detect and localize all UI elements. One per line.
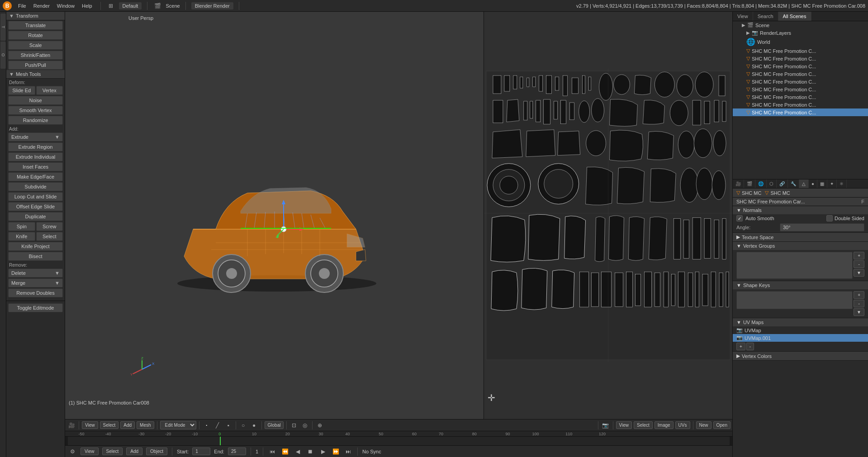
knife-project-button[interactable]: Knife Project (8, 242, 63, 251)
rotate-button[interactable]: Rotate (8, 31, 63, 40)
push-pull-button[interactable]: Push/Pull (8, 61, 63, 70)
vg-remove-button[interactable]: - (854, 260, 864, 268)
prop-tab-constraints[interactable]: 🔗 (777, 179, 788, 188)
xray-icon[interactable]: ○ (239, 421, 248, 430)
start-frame-input[interactable] (192, 448, 210, 455)
select-button[interactable]: Select (36, 232, 63, 241)
vert-tab-tools[interactable]: T (0, 14, 6, 41)
scene-name[interactable]: Scene (166, 3, 180, 9)
prev-frame-icon[interactable]: ⏪ (280, 447, 289, 456)
jump-start-icon[interactable]: ⏮ (268, 447, 277, 456)
prop-tab-world[interactable]: 🌐 (755, 179, 767, 188)
edit-mode-selector[interactable]: Edit Mode (160, 421, 196, 429)
extrude-individual-button[interactable]: Extrude Individual (8, 152, 63, 161)
mesh-item-5[interactable]: ▽ SHC MC Free Promotion C... (733, 85, 868, 93)
camera-view-icon[interactable]: 🎥 (67, 421, 76, 430)
normals-header[interactable]: ▼ Normals (733, 206, 868, 214)
extrude-region-button[interactable]: Extrude Region (8, 142, 63, 151)
status-view-button[interactable]: View (81, 448, 99, 455)
view-menu-button[interactable]: View (82, 421, 98, 429)
global-button[interactable]: Global (265, 421, 284, 429)
texture-space-header[interactable]: ▶ Texture Space (733, 233, 868, 241)
randomize-button[interactable]: Randomize (8, 116, 63, 125)
solid-icon[interactable]: ● (250, 421, 259, 430)
make-edge-face-button[interactable]: Make Edge/Face (8, 172, 63, 181)
select-menu-button[interactable]: Select (100, 421, 119, 429)
prop-tab-material[interactable]: ● (809, 179, 817, 188)
shape-keys-list[interactable] (736, 291, 853, 309)
vertex-button[interactable]: Vertex (36, 86, 63, 95)
delete-dropdown[interactable]: Delete ▼ (8, 269, 63, 278)
bisect-button[interactable]: Bisect (8, 252, 63, 261)
shrink-fatten-button[interactable]: Shrink/Fatten (8, 51, 63, 60)
prop-tab-data[interactable]: △ (799, 179, 809, 188)
menu-help[interactable]: Help (79, 2, 95, 9)
viewport-3d[interactable]: User Persp (65, 12, 484, 419)
play-backward-icon[interactable]: ◀ (293, 447, 302, 456)
shape-keys-header[interactable]: ▼ Shape Keys (733, 281, 868, 289)
mesh-item-8[interactable]: ▽ SHC MC Free Promotion C... (733, 108, 868, 116)
menu-window[interactable]: Window (54, 2, 77, 9)
timeline-track[interactable] (68, 437, 730, 445)
vg-add-button[interactable]: + (854, 252, 864, 259)
uv-view-button[interactable]: View (616, 421, 632, 429)
uv-maps-header[interactable]: ▼ UV Maps (733, 318, 868, 326)
prop-tab-modifiers[interactable]: 🔧 (788, 179, 799, 188)
uv-select-button[interactable]: Select (634, 421, 653, 429)
spin-button[interactable]: Spin (8, 222, 35, 231)
prop-tab-scene[interactable]: 🎬 (744, 179, 755, 188)
end-frame-input[interactable] (228, 448, 246, 455)
mesh-item-1[interactable]: ▽ SHC MC Free Promotion C... (733, 55, 868, 62)
noise-button[interactable]: Noise (8, 96, 63, 105)
vertex-groups-list[interactable] (736, 252, 853, 279)
menu-file[interactable]: File (15, 2, 29, 9)
offset-edge-slide-button[interactable]: Offset Edge Slide (8, 202, 63, 211)
mesh-item-7[interactable]: ▽ SHC MC Free Promotion C... (733, 101, 868, 108)
outliner-tab-view[interactable]: View (733, 12, 753, 21)
inset-faces-button[interactable]: Inset Faces (8, 162, 63, 171)
vertex-groups-header[interactable]: ▼ Vertex Groups (733, 242, 868, 250)
transform-section-header[interactable]: ▼ Transform (6, 12, 65, 20)
translate-button[interactable]: Translate (8, 21, 63, 30)
extrude-dropdown[interactable]: Extrude ▼ (8, 132, 63, 141)
scene-icon[interactable]: 🎬 (153, 1, 162, 10)
status-object-button[interactable]: Object (146, 448, 167, 455)
mesh-tools-section-header[interactable]: ▼ Mesh Tools (6, 70, 65, 79)
blender-status-icon[interactable]: ⚙ (68, 447, 77, 456)
status-add-button[interactable]: Add (126, 448, 142, 455)
prop-tab-particles[interactable]: ✦ (827, 179, 837, 188)
add-menu-button[interactable]: Add (120, 421, 135, 429)
loop-cut-slide-button[interactable]: Loop Cut and Slide (8, 192, 63, 201)
uv-map-item-0[interactable]: 📷 UVMap (733, 326, 868, 334)
slide-ed-button[interactable]: Slide Ed (8, 86, 35, 95)
mesh-item-6[interactable]: ▽ SHC MC Free Promotion C... (733, 93, 868, 101)
mesh-menu-button[interactable]: Mesh (137, 421, 154, 429)
jump-end-icon[interactable]: ⏭ (344, 447, 353, 456)
vertex-colors-header[interactable]: ▶ Vertex Colors (733, 352, 868, 360)
remove-doubles-button[interactable]: Remove Doubles (8, 288, 63, 297)
proportional-icon[interactable]: ◎ (300, 421, 309, 430)
uv-camera-icon[interactable]: 📷 (601, 421, 610, 430)
mesh-item-3[interactable]: ▽ SHC MC Free Promotion C... (733, 70, 868, 78)
next-frame-icon[interactable]: ⏩ (331, 447, 340, 456)
outliner-tab-search[interactable]: Search (753, 12, 778, 21)
layout-selector[interactable]: Default (119, 2, 142, 9)
duplicate-button[interactable]: Duplicate (8, 212, 63, 221)
scene-item-renderlayers[interactable]: ▶ 📷 RenderLayers (733, 29, 868, 37)
smooth-vertex-button[interactable]: Smooth Vertex (8, 106, 63, 115)
uv-map-item-1[interactable]: 📷 UVMap.001 (733, 334, 868, 342)
vg-extra-button[interactable]: ▼ (854, 269, 864, 277)
screw-button[interactable]: Screw (36, 222, 63, 231)
vert-tab-options[interactable]: O (0, 42, 6, 69)
timeline-bar[interactable] (65, 436, 732, 445)
onion-skin-icon[interactable]: ⊕ (315, 421, 324, 430)
play-forward-icon[interactable]: ▶ (318, 447, 327, 456)
mesh-item-2[interactable]: ▽ SHC MC Free Promotion C... (733, 62, 868, 70)
menu-render[interactable]: Render (31, 2, 52, 9)
snap-icon[interactable]: ⊡ (289, 421, 299, 430)
auto-smooth-checkbox[interactable] (736, 215, 743, 221)
toggle-editmode-button[interactable]: Toggle Editmode (8, 303, 63, 312)
prop-tab-texture[interactable]: ▦ (817, 179, 827, 188)
uv-uvs-button[interactable]: UVs (675, 421, 690, 429)
stop-icon[interactable]: ⏹ (306, 447, 315, 456)
